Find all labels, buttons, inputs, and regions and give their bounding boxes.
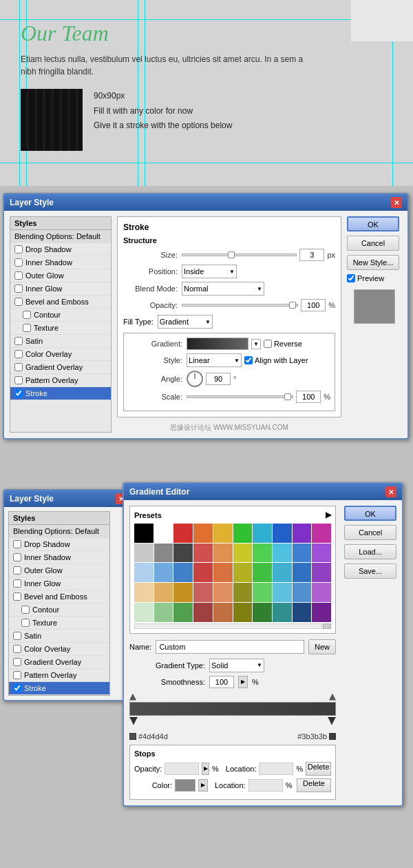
styles-bevel-emboss[interactable]: Bevel and Emboss	[10, 296, 111, 309]
color-swatch[interactable]	[233, 603, 253, 622]
styles-outer-glow[interactable]: Outer Glow	[10, 269, 111, 282]
ge-ok-button[interactable]: OK	[344, 506, 396, 521]
color-swatch[interactable]	[134, 563, 153, 582]
styles-gradient-overlay[interactable]: Gradient Overlay	[10, 361, 111, 374]
color-swatch[interactable]	[293, 583, 312, 602]
new-gradient-button[interactable]: New	[308, 639, 336, 654]
stops-opacity-delete[interactable]: Delete	[306, 762, 331, 776]
color-swatch[interactable]	[253, 544, 272, 563]
color-swatch[interactable]	[193, 544, 213, 563]
color-swatch[interactable]	[273, 603, 292, 622]
styles2-texture[interactable]: Texture	[9, 617, 109, 630]
styles-satin[interactable]: Satin	[10, 335, 111, 348]
preview-check[interactable]	[347, 274, 355, 282]
size-input[interactable]	[299, 249, 324, 261]
gradient-preview[interactable]	[187, 338, 248, 350]
color-swatch[interactable]	[233, 524, 253, 543]
styles-contour[interactable]: Contour	[10, 309, 111, 322]
ge-save-button[interactable]: Save...	[344, 564, 396, 579]
styles2-contour[interactable]: Contour	[9, 603, 109, 617]
color-swatch[interactable]	[213, 583, 233, 602]
color-swatch[interactable]	[134, 583, 153, 602]
name-input[interactable]	[156, 640, 304, 654]
color-swatch[interactable]	[134, 524, 153, 543]
style-dropdown[interactable]: Linear ▼	[187, 353, 242, 367]
color-swatch[interactable]	[134, 544, 153, 563]
opacity-slider[interactable]	[182, 304, 298, 307]
color-swatch[interactable]	[173, 583, 193, 602]
styles-inner-shadow[interactable]: Inner Shadow	[10, 256, 111, 269]
presets-arrow[interactable]: ▶	[326, 510, 331, 519]
color-swatch[interactable]	[173, 544, 193, 563]
color-swatch[interactable]	[293, 603, 312, 622]
styles2-inner-shadow[interactable]: Inner Shadow	[9, 551, 109, 564]
stops-opacity-input[interactable]	[165, 763, 199, 775]
color-swatch[interactable]	[154, 583, 173, 602]
color-swatch[interactable]	[193, 583, 213, 602]
color-swatch[interactable]	[312, 603, 331, 622]
smoothness-input[interactable]	[209, 676, 234, 688]
styles-stroke[interactable]: Stroke	[10, 387, 111, 400]
color-swatch[interactable]	[213, 563, 233, 582]
color-swatch[interactable]	[213, 544, 233, 563]
color-swatch[interactable]	[293, 563, 312, 582]
stops-opacity-location-input[interactable]	[259, 763, 293, 775]
color-swatch[interactable]	[312, 583, 331, 602]
color-swatch[interactable]	[193, 563, 213, 582]
styles-blending-options[interactable]: Blending Options: Default	[10, 230, 111, 243]
color-swatch[interactable]	[233, 544, 253, 563]
color-swatch[interactable]	[253, 524, 272, 543]
color-swatch[interactable]	[253, 563, 272, 582]
color-swatch[interactable]	[253, 603, 272, 622]
stop-indicator-top-right[interactable]	[329, 694, 336, 701]
color-swatch[interactable]	[193, 524, 213, 543]
fill-type-dropdown[interactable]: Gradient ▼	[158, 315, 213, 329]
align-layer-check[interactable]	[244, 356, 253, 364]
styles2-outer-glow[interactable]: Outer Glow	[9, 564, 109, 577]
stop-indicator-bottom-left[interactable]	[129, 717, 138, 725]
color-swatch[interactable]	[233, 563, 253, 582]
reverse-check[interactable]	[264, 340, 272, 348]
color-swatch[interactable]	[154, 544, 173, 563]
styles2-bevel-emboss[interactable]: Bevel and Emboss	[9, 590, 109, 603]
styles2-gradient-overlay[interactable]: Gradient Overlay	[9, 656, 109, 669]
color-swatch[interactable]	[273, 524, 292, 543]
new-style-button[interactable]: New Style...	[347, 255, 399, 270]
color-swatch[interactable]	[293, 524, 312, 543]
styles-texture[interactable]: Texture	[10, 322, 111, 335]
color-swatch[interactable]	[134, 603, 153, 622]
scale-slider[interactable]	[187, 395, 293, 398]
color-swatch[interactable]	[233, 583, 253, 602]
color-swatch[interactable]	[273, 583, 292, 602]
styles2-blending[interactable]: Blending Options: Default	[9, 525, 109, 538]
color-swatch[interactable]	[213, 524, 233, 543]
styles-inner-glow[interactable]: Inner Glow	[10, 282, 111, 296]
color-swatch[interactable]	[154, 603, 173, 622]
angle-input[interactable]	[206, 373, 231, 385]
color-swatch[interactable]	[273, 544, 292, 563]
angle-dial[interactable]	[187, 371, 203, 387]
stops-color-delete[interactable]: Delete	[297, 778, 331, 792]
color-swatch[interactable]	[312, 563, 331, 582]
color-swatch[interactable]	[213, 603, 233, 622]
stops-color-arrow[interactable]: ▶	[198, 779, 208, 792]
presets-scrollbar-track[interactable]	[323, 623, 331, 629]
stops-color-location-input[interactable]	[248, 779, 283, 792]
color-swatch[interactable]	[312, 524, 331, 543]
color-swatch[interactable]	[312, 544, 331, 563]
styles2-stroke[interactable]: Stroke	[9, 682, 109, 695]
stop-indicator-bottom-right[interactable]	[328, 717, 336, 725]
color-swatch[interactable]	[173, 603, 193, 622]
gradient-editor-close[interactable]: ✕	[385, 486, 396, 497]
color-swatch[interactable]	[173, 563, 193, 582]
blend-mode-dropdown[interactable]: Normal ▼	[182, 282, 264, 296]
styles-drop-shadow[interactable]: Drop Shadow	[10, 243, 111, 256]
close-button-1[interactable]: ✕	[391, 197, 402, 208]
color-swatch[interactable]	[293, 544, 312, 563]
ge-load-button[interactable]: Load...	[344, 544, 396, 559]
styles2-satin[interactable]: Satin	[9, 630, 109, 643]
presets-scrollbar[interactable]	[134, 623, 322, 629]
smoothness-arrow[interactable]: ▶	[238, 676, 248, 688]
color-swatch[interactable]	[253, 583, 272, 602]
ok-button-1[interactable]: OK	[347, 216, 399, 231]
